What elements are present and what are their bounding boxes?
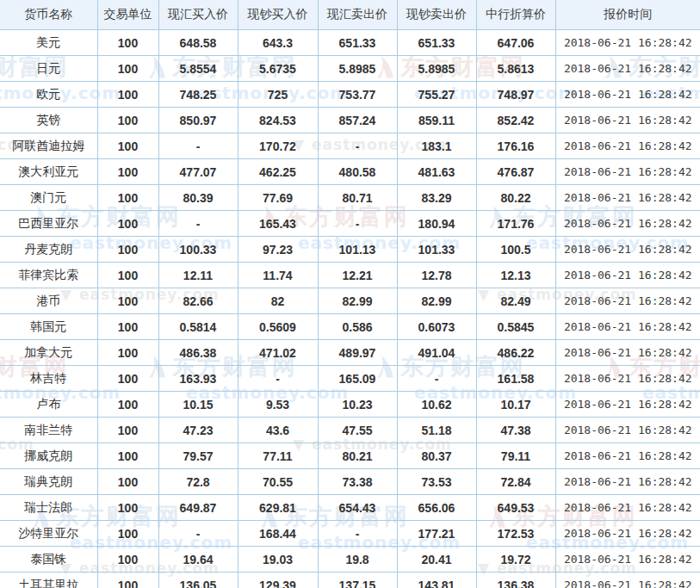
- cash-buy-price-cell: 643.3: [238, 30, 318, 56]
- quote-time-cell: 2018-06-21 16:28:42: [555, 392, 700, 418]
- column-header-3: 现钞买入价: [238, 0, 318, 30]
- cash-buy-price-cell: 129.39: [238, 573, 318, 588]
- spot-buy-price-cell: 0.5814: [158, 314, 238, 340]
- currency-name-cell: 挪威克朗: [0, 443, 97, 469]
- spot-sell-price-cell: 651.33: [318, 30, 397, 56]
- column-header-6: 中行折算价: [476, 0, 555, 30]
- spot-buy-price-cell: 80.39: [158, 185, 238, 211]
- spot-buy-price-cell: -: [158, 211, 238, 237]
- table-row: 阿联酋迪拉姆100-170.72-183.1176.162018-06-21 1…: [0, 133, 700, 159]
- quote-time-cell: 2018-06-21 16:28:42: [555, 495, 700, 521]
- boc-conversion-price-cell: 47.38: [476, 418, 555, 443]
- boc-conversion-price-cell: 476.87: [476, 159, 555, 185]
- trade-unit-cell: 100: [97, 443, 158, 469]
- quote-time-cell: 2018-06-21 16:28:42: [555, 521, 700, 547]
- boc-conversion-price-cell: 136.38: [476, 573, 555, 588]
- table-row: 美元100648.58643.3651.33651.33647.062018-0…: [0, 30, 700, 56]
- spot-sell-price-cell: -: [318, 133, 397, 159]
- currency-name-cell: 菲律宾比索: [0, 263, 97, 288]
- trade-unit-cell: 100: [97, 521, 158, 547]
- quote-time-cell: 2018-06-21 16:28:42: [555, 237, 700, 263]
- exchange-rate-table: 货币名称交易单位现汇买入价现钞买入价现汇卖出价现钞卖出价中行折算价报价时间 美元…: [0, 0, 700, 588]
- currency-name-cell: 英镑: [0, 108, 97, 133]
- spot-sell-price-cell: 80.71: [318, 185, 397, 211]
- spot-buy-price-cell: 79.57: [158, 443, 238, 469]
- boc-conversion-price-cell: 852.42: [476, 108, 555, 133]
- spot-buy-price-cell: 100.33: [158, 237, 238, 263]
- spot-sell-price-cell: 165.09: [318, 366, 397, 392]
- cash-sell-price-cell: 859.11: [397, 108, 476, 133]
- spot-sell-price-cell: 137.15: [318, 573, 397, 588]
- column-header-2: 现汇买入价: [158, 0, 238, 30]
- quote-time-cell: 2018-06-21 16:28:42: [555, 547, 700, 573]
- boc-conversion-price-cell: 19.72: [476, 547, 555, 573]
- currency-name-cell: 澳大利亚元: [0, 159, 97, 185]
- cash-sell-price-cell: 51.18: [397, 418, 476, 443]
- boc-conversion-price-cell: 79.11: [476, 443, 555, 469]
- spot-buy-price-cell: 72.8: [158, 469, 238, 495]
- trade-unit-cell: 100: [97, 418, 158, 443]
- trade-unit-cell: 100: [97, 469, 158, 495]
- cash-buy-price-cell: 5.6735: [238, 56, 318, 82]
- spot-sell-price-cell: 857.24: [318, 108, 397, 133]
- spot-buy-price-cell: 47.23: [158, 418, 238, 443]
- cash-sell-price-cell: 143.81: [397, 573, 476, 588]
- spot-buy-price-cell: 477.07: [158, 159, 238, 185]
- currency-name-cell: 欧元: [0, 82, 97, 108]
- table-row: 卢布10010.159.5310.2310.6210.172018-06-21 …: [0, 392, 700, 418]
- spot-buy-price-cell: 850.97: [158, 108, 238, 133]
- quote-time-cell: 2018-06-21 16:28:42: [555, 418, 700, 443]
- quote-time-cell: 2018-06-21 16:28:42: [555, 30, 700, 56]
- boc-conversion-price-cell: 82.49: [476, 288, 555, 314]
- trade-unit-cell: 100: [97, 366, 158, 392]
- trade-unit-cell: 100: [97, 211, 158, 237]
- quote-time-cell: 2018-06-21 16:28:42: [555, 56, 700, 82]
- currency-name-cell: 瑞典克朗: [0, 469, 97, 495]
- cash-buy-price-cell: 43.6: [238, 418, 318, 443]
- spot-buy-price-cell: 748.25: [158, 82, 238, 108]
- trade-unit-cell: 100: [97, 108, 158, 133]
- table-row: 南非兰特10047.2343.647.5551.1847.382018-06-2…: [0, 418, 700, 443]
- spot-buy-price-cell: 5.8554: [158, 56, 238, 82]
- currency-name-cell: 瑞士法郎: [0, 495, 97, 521]
- spot-sell-price-cell: 489.97: [318, 340, 397, 366]
- currency-name-cell: 泰国铢: [0, 547, 97, 573]
- cash-buy-price-cell: 629.81: [238, 495, 318, 521]
- table-row: 泰国铢10019.6419.0319.820.4119.722018-06-21…: [0, 547, 700, 573]
- cash-buy-price-cell: 168.44: [238, 521, 318, 547]
- spot-buy-price-cell: 486.38: [158, 340, 238, 366]
- quote-time-cell: 2018-06-21 16:28:42: [555, 469, 700, 495]
- currency-name-cell: 土耳其里拉: [0, 573, 97, 588]
- trade-unit-cell: 100: [97, 82, 158, 108]
- trade-unit-cell: 100: [97, 133, 158, 159]
- spot-sell-price-cell: -: [318, 521, 397, 547]
- cash-sell-price-cell: 651.33: [397, 30, 476, 56]
- column-header-0: 货币名称: [0, 0, 97, 30]
- table-row: 澳大利亚元100477.07462.25480.58481.63476.8720…: [0, 159, 700, 185]
- cash-buy-price-cell: 471.02: [238, 340, 318, 366]
- quote-time-cell: 2018-06-21 16:28:42: [555, 159, 700, 185]
- boc-conversion-price-cell: 649.53: [476, 495, 555, 521]
- trade-unit-cell: 100: [97, 340, 158, 366]
- boc-conversion-price-cell: 12.13: [476, 263, 555, 288]
- trade-unit-cell: 100: [97, 159, 158, 185]
- spot-sell-price-cell: 47.55: [318, 418, 397, 443]
- cash-sell-price-cell: 183.1: [397, 133, 476, 159]
- currency-name-cell: 卢布: [0, 392, 97, 418]
- spot-sell-price-cell: 654.43: [318, 495, 397, 521]
- boc-conversion-price-cell: 486.22: [476, 340, 555, 366]
- table-row: 日元1005.85545.67355.89855.89855.86132018-…: [0, 56, 700, 82]
- column-header-4: 现汇卖出价: [318, 0, 397, 30]
- cash-buy-price-cell: 77.11: [238, 443, 318, 469]
- cash-buy-price-cell: 77.69: [238, 185, 318, 211]
- trade-unit-cell: 100: [97, 56, 158, 82]
- spot-buy-price-cell: 163.93: [158, 366, 238, 392]
- table-row: 瑞士法郎100649.87629.81654.43656.06649.53201…: [0, 495, 700, 521]
- boc-conversion-price-cell: 10.17: [476, 392, 555, 418]
- cash-sell-price-cell: 755.27: [397, 82, 476, 108]
- table-row: 澳门元10080.3977.6980.7183.2980.222018-06-2…: [0, 185, 700, 211]
- cash-buy-price-cell: 19.03: [238, 547, 318, 573]
- quote-time-cell: 2018-06-21 16:28:42: [555, 314, 700, 340]
- boc-conversion-price-cell: 748.97: [476, 82, 555, 108]
- currency-name-cell: 沙特里亚尔: [0, 521, 97, 547]
